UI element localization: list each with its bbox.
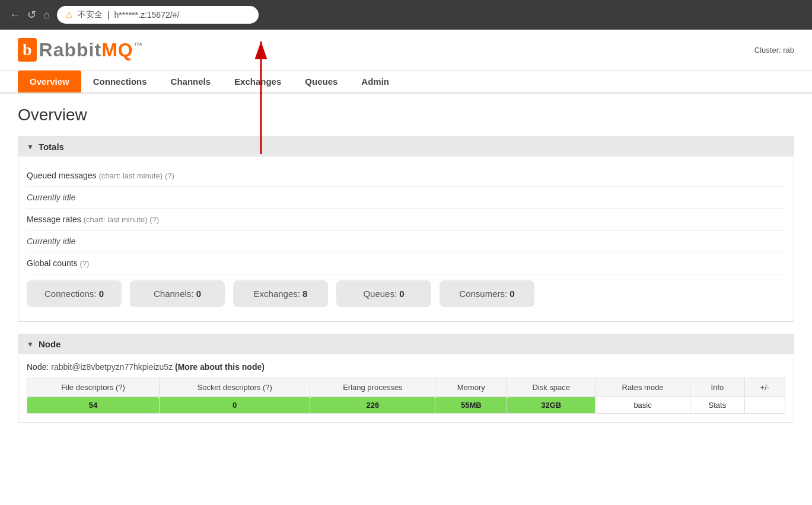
page-title: Overview xyxy=(18,106,794,124)
home-button[interactable]: ⌂ xyxy=(43,9,50,20)
node-more-link[interactable]: (More about this node) xyxy=(175,362,265,372)
th-socket-descriptors: Socket descriptors (?) xyxy=(159,378,310,397)
site-header: b RabbitMQ™ Cluster: rab xyxy=(0,30,812,71)
tab-exchanges[interactable]: Exchanges xyxy=(222,71,293,92)
td-erlang-processes: 226 xyxy=(310,397,435,414)
totals-body: Queued messages (chart: last minute) (?)… xyxy=(18,156,794,321)
totals-section: ▼ Totals Queued messages (chart: last mi… xyxy=(18,136,794,322)
th-info: Info xyxy=(690,378,744,397)
message-rates-status-row: Currently idle xyxy=(27,231,785,252)
consumers-count: Consumers: 0 xyxy=(440,280,534,307)
global-counts-label: Global counts xyxy=(27,258,78,268)
logo-icon: b xyxy=(18,38,37,62)
node-name: rabbit@iz8vbetpyzn77hkpieizu5z xyxy=(51,362,175,372)
logo: b RabbitMQ™ xyxy=(18,38,144,62)
logo-tm: ™ xyxy=(133,41,144,51)
node-section-header[interactable]: ▼ Node xyxy=(18,334,794,354)
browser-bar: ← ↺ ⌂ ⚠ 不安全 | h******.z:15672/#/ xyxy=(0,0,812,30)
channels-value: 0 xyxy=(196,289,201,299)
tab-queues[interactable]: Queues xyxy=(293,71,349,92)
connections-count: Connections: 0 xyxy=(27,280,122,307)
back-button[interactable]: ← xyxy=(9,9,20,20)
channels-count: Channels: 0 xyxy=(130,280,225,307)
th-file-descriptors: File descriptors (?) xyxy=(27,378,160,397)
td-memory: 55MB xyxy=(435,397,507,414)
queued-status-row: Currently idle xyxy=(27,187,785,209)
tab-admin[interactable]: Admin xyxy=(349,71,401,92)
totals-section-header[interactable]: ▼ Totals xyxy=(18,137,794,156)
exchanges-count: Exchanges: 8 xyxy=(233,280,328,307)
queued-status: Currently idle xyxy=(27,193,75,202)
cluster-info: Cluster: rab xyxy=(754,46,794,55)
th-erlang-processes: Erlang processes xyxy=(310,378,435,397)
td-rates-mode: basic xyxy=(596,397,690,414)
message-rates-row: Message rates (chart: last minute) (?) xyxy=(27,209,785,231)
tab-channels[interactable]: Channels xyxy=(159,71,223,92)
queued-messages-row: Queued messages (chart: last minute) (?) xyxy=(27,165,785,187)
td-disk-space: 32GB xyxy=(507,397,596,414)
node-table: File descriptors (?) Socket descriptors … xyxy=(27,378,785,414)
totals-title: Totals xyxy=(39,142,64,152)
tab-connections[interactable]: Connections xyxy=(81,71,159,92)
address-bar[interactable]: ⚠ 不安全 | h******.z:15672/#/ xyxy=(57,6,259,24)
queued-messages-label: Queued messages xyxy=(27,171,97,180)
node-title: Node xyxy=(39,339,61,349)
node-label-row: Node: rabbit@iz8vbetpyzn77hkpieizu5z (Mo… xyxy=(27,362,785,372)
th-plus-minus: +/- xyxy=(744,378,785,397)
td-info: Stats xyxy=(690,397,744,414)
queues-value: 0 xyxy=(399,289,404,299)
node-body: Node: rabbit@iz8vbetpyzn77hkpieizu5z (Mo… xyxy=(18,354,794,422)
th-disk-space: Disk space xyxy=(507,378,596,397)
warning-icon: ⚠ xyxy=(65,10,73,20)
connections-value: 0 xyxy=(99,289,104,299)
message-rates-chart[interactable]: (chart: last minute) xyxy=(84,215,148,224)
message-rates-status: Currently idle xyxy=(27,236,75,246)
global-counts-help[interactable]: (?) xyxy=(80,259,90,268)
node-prefix: Node: xyxy=(27,362,49,372)
queued-messages-help[interactable]: (?) xyxy=(165,171,174,180)
refresh-button[interactable]: ↺ xyxy=(27,9,36,20)
url-text: h******.z:15672/#/ xyxy=(114,10,180,20)
message-rates-label: Message rates xyxy=(27,215,81,224)
logo-text: RabbitMQ™ xyxy=(39,39,144,61)
queued-messages-chart[interactable]: (chart: last minute) xyxy=(98,171,163,180)
node-table-header-row: File descriptors (?) Socket descriptors … xyxy=(27,378,785,397)
consumers-value: 0 xyxy=(510,289,514,299)
exchanges-value: 8 xyxy=(302,289,307,299)
th-memory: Memory xyxy=(435,378,507,397)
totals-arrow-icon: ▼ xyxy=(27,143,34,151)
tab-overview[interactable]: Overview xyxy=(18,71,81,92)
counts-row: Connections: 0 Channels: 0 Exchanges: 8 … xyxy=(27,274,785,313)
address-separator: | xyxy=(107,10,110,20)
security-label: 不安全 xyxy=(78,9,103,20)
main-content: Overview ▼ Totals Queued messages (chart… xyxy=(0,94,812,446)
table-row: 54 0 226 55MB 32GB basic Stats xyxy=(27,397,785,414)
td-file-descriptors: 54 xyxy=(27,397,160,414)
queues-count: Queues: 0 xyxy=(336,280,431,307)
th-rates-mode: Rates mode xyxy=(596,378,690,397)
global-counts-row: Global counts (?) xyxy=(27,252,785,274)
message-rates-help[interactable]: (?) xyxy=(149,215,159,224)
td-socket-descriptors: 0 xyxy=(159,397,310,414)
td-plus-minus xyxy=(744,397,785,414)
node-arrow-icon: ▼ xyxy=(27,340,34,349)
node-section: ▼ Node Node: rabbit@iz8vbetpyzn77hkpieiz… xyxy=(18,334,794,423)
main-nav: Overview Connections Channels Exchanges … xyxy=(0,71,812,94)
